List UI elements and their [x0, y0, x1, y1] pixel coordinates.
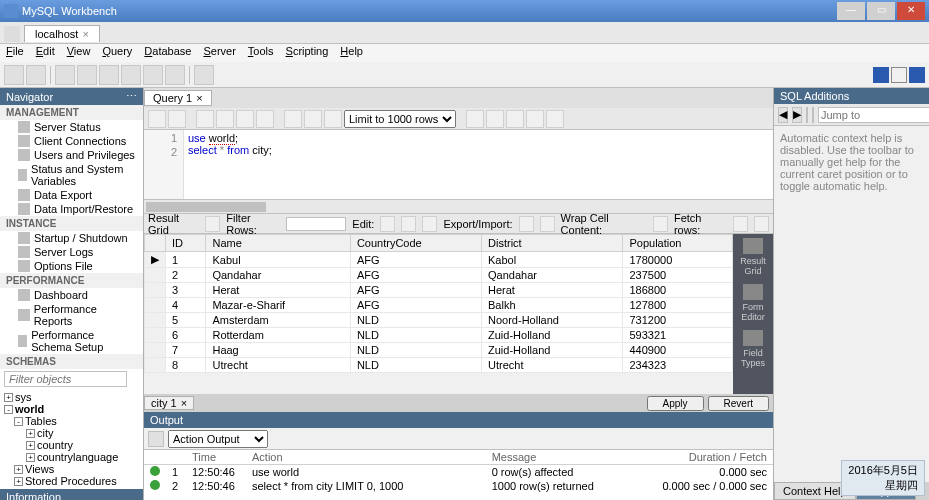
sidebar-item-data-import[interactable]: Data Import/Restore: [0, 202, 143, 216]
close-icon[interactable]: ×: [181, 397, 187, 409]
import-icon[interactable]: [540, 216, 555, 232]
tree-item-sys[interactable]: +sys: [4, 391, 139, 403]
sidebar-item-client-connections[interactable]: Client Connections: [0, 134, 143, 148]
execute-icon[interactable]: [196, 110, 214, 128]
tool-icon[interactable]: [486, 110, 504, 128]
table-row[interactable]: 7HaagNLDZuid-Holland440900: [145, 343, 733, 358]
output-grid[interactable]: TimeActionMessageDuration / Fetch 112:50…: [144, 450, 773, 500]
sidebar-item-data-export[interactable]: Data Export: [0, 188, 143, 202]
tool-icon[interactable]: [55, 65, 75, 85]
revert-button[interactable]: Revert: [708, 396, 769, 411]
menu-help[interactable]: Help: [340, 45, 363, 61]
tree-item-country[interactable]: +country: [4, 439, 139, 451]
menu-tools[interactable]: Tools: [248, 45, 274, 61]
minimize-button[interactable]: —: [837, 2, 865, 20]
table-row[interactable]: 6RotterdamNLDZuid-Holland593321: [145, 328, 733, 343]
result-tab[interactable]: city 1×: [144, 396, 194, 410]
result-grid[interactable]: ID Name CountryCode District Population …: [144, 234, 733, 394]
close-icon[interactable]: ×: [196, 92, 202, 104]
sidebar-item-perf-schema[interactable]: Performance Schema Setup: [0, 328, 143, 354]
expand-icon[interactable]: +: [14, 477, 23, 486]
sql-editor[interactable]: 12 use world; select * from city;: [144, 130, 773, 200]
edit-icon[interactable]: [401, 216, 416, 232]
home-icon[interactable]: [4, 26, 20, 42]
edit-icon[interactable]: [422, 216, 437, 232]
menu-view[interactable]: View: [67, 45, 91, 61]
output-mode-select[interactable]: Action Output: [168, 430, 268, 448]
expand-icon[interactable]: +: [26, 441, 35, 450]
apply-button[interactable]: Apply: [647, 396, 704, 411]
rollback-icon[interactable]: [304, 110, 322, 128]
connection-tab[interactable]: localhost ×: [24, 25, 100, 42]
menu-server[interactable]: Server: [203, 45, 235, 61]
table-row[interactable]: ▶1KabulAFGKabol1780000: [145, 252, 733, 268]
tool-icon[interactable]: [194, 65, 214, 85]
menu-database[interactable]: Database: [144, 45, 191, 61]
limit-select[interactable]: Limit to 1000 rows: [344, 110, 456, 128]
explain-icon[interactable]: [236, 110, 254, 128]
output-row[interactable]: 212:50:46select * from city LIMIT 0, 100…: [144, 479, 773, 493]
panel-toggle-icon[interactable]: [909, 67, 925, 83]
table-row[interactable]: 5AmsterdamNLDNoord-Holland731200: [145, 313, 733, 328]
commit-icon[interactable]: [284, 110, 302, 128]
field-types-button[interactable]: Field Types: [738, 330, 768, 368]
tool-icon[interactable]: [806, 107, 808, 123]
execute-current-icon[interactable]: [216, 110, 234, 128]
tree-item-world[interactable]: -world: [4, 403, 139, 415]
tool-icon[interactable]: [143, 65, 163, 85]
filter-rows-input[interactable]: [286, 217, 346, 231]
tool-icon[interactable]: [77, 65, 97, 85]
scroll-thumb[interactable]: [146, 202, 266, 212]
output-row[interactable]: 112:50:46use world0 row(s) affected0.000…: [144, 465, 773, 480]
output-icon[interactable]: [148, 431, 164, 447]
search-icon[interactable]: [526, 110, 544, 128]
close-icon[interactable]: ×: [82, 28, 88, 40]
sidebar-item-perf-reports[interactable]: Performance Reports: [0, 302, 143, 328]
table-row[interactable]: 3HeratAFGHerat186800: [145, 283, 733, 298]
collapse-icon[interactable]: -: [14, 417, 23, 426]
col-district[interactable]: District: [482, 235, 623, 252]
query-tab[interactable]: Query 1 ×: [144, 90, 212, 106]
tool-icon[interactable]: [99, 65, 119, 85]
sidebar-item-server-status[interactable]: Server Status: [0, 120, 143, 134]
col-name[interactable]: Name: [206, 235, 350, 252]
close-button[interactable]: ✕: [897, 2, 925, 20]
fetch-icon[interactable]: [754, 216, 769, 232]
tree-item-city[interactable]: +city: [4, 427, 139, 439]
collapse-icon[interactable]: -: [4, 405, 13, 414]
expand-icon[interactable]: +: [26, 453, 35, 462]
tool-icon[interactable]: [165, 65, 185, 85]
menu-edit[interactable]: Edit: [36, 45, 55, 61]
tool-icon[interactable]: [546, 110, 564, 128]
back-icon[interactable]: ◀: [778, 107, 788, 123]
tool-icon[interactable]: [506, 110, 524, 128]
tree-item-tables[interactable]: -Tables: [4, 415, 139, 427]
sidebar-item-dashboard[interactable]: Dashboard: [0, 288, 143, 302]
save-icon[interactable]: [168, 110, 186, 128]
open-icon[interactable]: [148, 110, 166, 128]
wrap-icon[interactable]: [653, 216, 668, 232]
new-sql-icon[interactable]: [4, 65, 24, 85]
fetch-icon[interactable]: [733, 216, 748, 232]
export-icon[interactable]: [519, 216, 534, 232]
menu-scripting[interactable]: Scripting: [286, 45, 329, 61]
table-row[interactable]: 4Mazar-e-SharifAFGBalkh127800: [145, 298, 733, 313]
stop-icon[interactable]: [256, 110, 274, 128]
expand-icon[interactable]: +: [14, 465, 23, 474]
tree-item-stored-procedures[interactable]: +Stored Procedures: [4, 475, 139, 487]
sidebar-item-status-vars[interactable]: Status and System Variables: [0, 162, 143, 188]
new-tab-icon[interactable]: [26, 65, 46, 85]
col-population[interactable]: Population: [623, 235, 733, 252]
panel-toggle-icon[interactable]: [891, 67, 907, 83]
code-area[interactable]: use world; select * from city;: [184, 130, 773, 199]
tree-item-views[interactable]: +Views: [4, 463, 139, 475]
sidebar-item-logs[interactable]: Server Logs: [0, 245, 143, 259]
panel-ctrl-icon[interactable]: ⋯: [126, 90, 137, 103]
edit-icon[interactable]: [380, 216, 395, 232]
jump-to-input[interactable]: [818, 107, 929, 123]
col-countrycode[interactable]: CountryCode: [350, 235, 481, 252]
forward-icon[interactable]: ▶: [792, 107, 802, 123]
expand-icon[interactable]: +: [4, 393, 13, 402]
expand-icon[interactable]: +: [26, 429, 35, 438]
sidebar-item-startup[interactable]: Startup / Shutdown: [0, 231, 143, 245]
